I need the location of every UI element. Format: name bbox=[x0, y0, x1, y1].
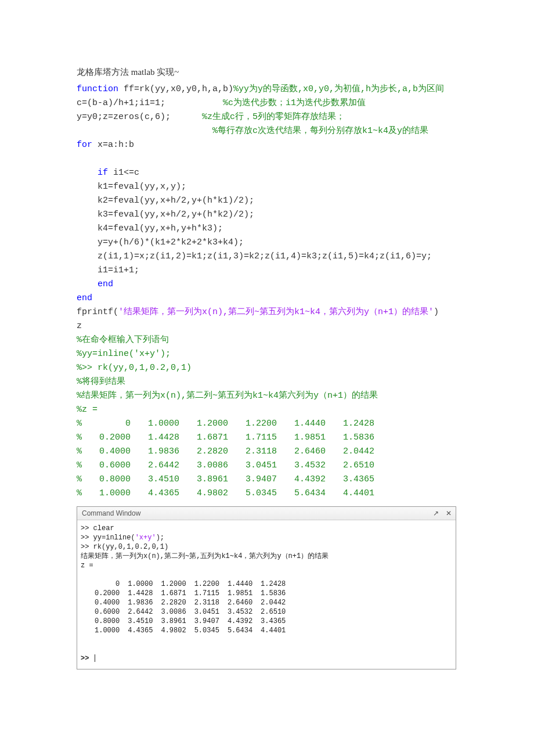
code-text: y=y0;z=zeros(c,6); bbox=[77, 112, 171, 122]
table-cell: 0.8000 bbox=[99, 473, 148, 487]
table-cell: 1.0000 bbox=[99, 487, 148, 501]
table-cell: 1.4428 bbox=[128, 589, 161, 598]
cmd-line: >> clear bbox=[81, 524, 114, 532]
table-cell: 4.4365 bbox=[128, 626, 161, 635]
table-cell: 2.6510 bbox=[343, 459, 392, 473]
table-cell: 0 bbox=[95, 579, 128, 589]
kw-if: if bbox=[77, 168, 108, 178]
table-cell: 2.6510 bbox=[261, 607, 294, 617]
table-row: 0.80003.45103.89613.94074.43923.4365 bbox=[95, 617, 294, 626]
code-text: z(i1,1)=x;z(i1,2)=k1;z(i1,3)=k2;z(i1,4)=… bbox=[77, 251, 432, 261]
comment: %yy为y的导函数,x0,y0,为初值,h为步长,a,b为区间 bbox=[233, 84, 444, 94]
table-cell: % bbox=[77, 459, 99, 473]
table-cell: 0.2000 bbox=[99, 431, 148, 445]
table-row: %0.40001.98362.28202.31182.64602.0442 bbox=[77, 445, 392, 459]
table-cell: 0.4000 bbox=[99, 445, 148, 459]
table-row: %1.00004.43654.98025.03455.64344.4401 bbox=[77, 487, 392, 501]
cmd-line: >> rk(yy,0,1,0.2,0,1) bbox=[81, 543, 168, 551]
table-cell: 2.2820 bbox=[197, 445, 246, 459]
table-cell: 3.4510 bbox=[148, 473, 197, 487]
table-cell: 1.2428 bbox=[343, 417, 392, 431]
table-cell: 2.3118 bbox=[194, 598, 228, 607]
table-cell: 3.0451 bbox=[246, 459, 294, 473]
code-text: i1=i1+1; bbox=[77, 265, 139, 275]
comment: %在命令框输入下列语句 bbox=[77, 335, 169, 345]
table-cell: 1.0000 bbox=[148, 417, 197, 431]
code-text: y=y+(h/6)*(k1+2*k2+2*k3+k4); bbox=[77, 237, 244, 247]
code-text: x=a:h:b bbox=[92, 140, 134, 150]
table-cell: 0.4000 bbox=[95, 598, 128, 607]
code-text: i1<=c bbox=[108, 168, 139, 178]
table-cell: 1.9836 bbox=[148, 445, 197, 459]
kw-end: end bbox=[77, 293, 92, 303]
comment: %结果矩阵，第一列为x(n),第二列~第五列为k1~k4第六列为y（n+1）的结… bbox=[77, 391, 378, 401]
code-text: c=(b-a)/h+1;i1=1; bbox=[77, 98, 165, 108]
table-cell: 4.4365 bbox=[148, 487, 197, 501]
table-cell: 4.4392 bbox=[294, 473, 343, 487]
table-row: %0.20001.44281.68711.71151.98511.5836 bbox=[77, 431, 392, 445]
table-row: 0.20001.44281.68711.71151.98511.5836 bbox=[95, 589, 294, 598]
table-cell: % bbox=[77, 431, 99, 445]
table-cell: 4.4401 bbox=[343, 487, 392, 501]
table-cell: % bbox=[77, 445, 99, 459]
table-cell: 4.9802 bbox=[197, 487, 246, 501]
table-cell: 3.4365 bbox=[261, 617, 294, 626]
table-cell: 1.2200 bbox=[246, 417, 294, 431]
table-cell: 1.5836 bbox=[261, 589, 294, 598]
table-cell: 3.0086 bbox=[161, 607, 194, 617]
cursor-icon bbox=[95, 654, 95, 662]
table-cell: 4.4401 bbox=[261, 626, 294, 635]
table-cell: 3.4532 bbox=[228, 607, 261, 617]
table-cell: 4.4392 bbox=[228, 617, 261, 626]
table-cell: 1.9836 bbox=[128, 598, 161, 607]
command-window-body[interactable]: >> clear >> yy=inline('x+y'); >> rk(yy,0… bbox=[77, 520, 456, 669]
table-cell: 2.0442 bbox=[343, 445, 392, 459]
table-cell: 1.2000 bbox=[161, 579, 194, 589]
cmd-line: ); bbox=[156, 534, 164, 542]
table-cell: % bbox=[77, 487, 99, 501]
table-cell: 0.6000 bbox=[95, 607, 128, 617]
table-cell: 1.2000 bbox=[197, 417, 246, 431]
table-cell: 5.0345 bbox=[194, 626, 228, 635]
table-row: %0.80003.45103.89613.94074.43923.4365 bbox=[77, 473, 392, 487]
table-cell: 1.5836 bbox=[343, 431, 392, 445]
table-cell: 0.2000 bbox=[95, 589, 128, 598]
table-cell: 3.9407 bbox=[194, 617, 228, 626]
table-cell: 3.9407 bbox=[246, 473, 294, 487]
string: 'x+y' bbox=[135, 534, 156, 542]
table-cell: 1.4440 bbox=[228, 579, 261, 589]
table-cell: 5.6434 bbox=[228, 626, 261, 635]
cmd-output: z = bbox=[81, 561, 93, 570]
table-cell: 3.0086 bbox=[197, 459, 246, 473]
table-cell: 4.9802 bbox=[161, 626, 194, 635]
table-cell: 3.8961 bbox=[197, 473, 246, 487]
comment: %yy=inline('x+y'); bbox=[77, 349, 171, 359]
comment: %c为迭代步数；i1为迭代步数累加值 bbox=[165, 98, 366, 108]
code-text: k1=feval(yy,x,y); bbox=[77, 182, 186, 192]
doc-title: 龙格库塔方法 matlab 实现~ bbox=[77, 67, 470, 78]
comment: %将得到结果 bbox=[77, 377, 125, 387]
table-cell: 3.4532 bbox=[294, 459, 343, 473]
code-text: k4=feval(yy,x+h,y+h*k3); bbox=[77, 224, 223, 233]
table-row: 0.60002.64423.00863.04513.45322.6510 bbox=[95, 607, 294, 617]
table-cell: 3.8961 bbox=[161, 617, 194, 626]
undock-icon[interactable]: ↗ bbox=[431, 509, 441, 518]
comment: %z生成c行，5列的零矩阵存放结果； bbox=[171, 112, 345, 122]
kw-for: for bbox=[77, 140, 92, 150]
table-cell: 0.8000 bbox=[95, 617, 128, 626]
table-cell: 1.9851 bbox=[228, 589, 261, 598]
table-row: 0.40001.98362.28202.31182.64602.0442 bbox=[95, 598, 294, 607]
string: '结果矩阵，第一列为x(n),第二列~第五列为k1~k4，第六列为y（n+1）的… bbox=[118, 307, 434, 317]
code-text: ff=rk(yy,x0,y0,h,a,b) bbox=[118, 84, 233, 94]
kw-function: function bbox=[77, 84, 118, 94]
table-cell: 3.4365 bbox=[343, 473, 392, 487]
comment: %>> rk(yy,0,1,0.2,0,1) bbox=[77, 363, 192, 373]
table-cell: 2.6460 bbox=[294, 445, 343, 459]
close-icon[interactable]: ✕ bbox=[444, 509, 453, 518]
table-cell: % bbox=[77, 417, 99, 431]
table-cell: 0 bbox=[99, 417, 148, 431]
table-row: 1.00004.43654.98025.03455.64344.4401 bbox=[95, 626, 294, 635]
result-matrix-output: 01.00001.20001.22001.44401.24280.20001.4… bbox=[95, 579, 294, 635]
result-matrix-comment: %01.00001.20001.22001.44401.2428 %0.2000… bbox=[77, 417, 392, 501]
table-cell: 2.6460 bbox=[228, 598, 261, 607]
